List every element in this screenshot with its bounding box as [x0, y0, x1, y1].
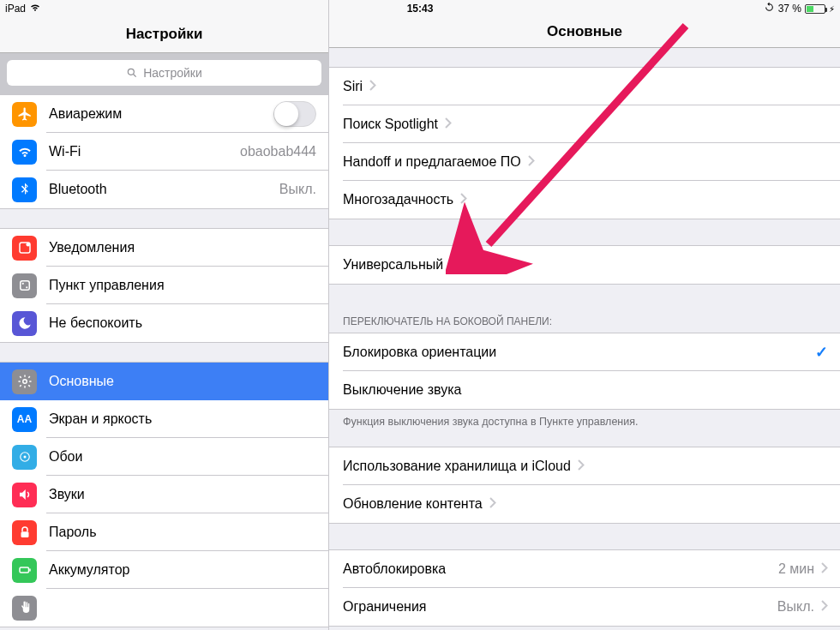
sidebar-item-battery[interactable]: Аккумулятор — [0, 551, 328, 589]
wifi-icon — [29, 3, 41, 15]
sidebar-item-label: Bluetooth — [49, 182, 107, 197]
detail-row-label: Handoff и предлагаемое ПО — [343, 154, 521, 170]
battery-icon — [805, 4, 825, 14]
sidebar-item-label: Основные — [49, 374, 114, 389]
detail-row-value: Выкл. — [777, 599, 814, 615]
sidebar-item-value: Выкл. — [279, 182, 316, 197]
moon-icon — [12, 311, 37, 336]
detail-row[interactable]: Использование хранилища и iCloud — [329, 447, 840, 485]
detail-row[interactable]: Выключение звука — [329, 371, 840, 409]
svg-point-0 — [129, 69, 135, 75]
search-icon — [126, 67, 138, 79]
notifications-icon — [12, 236, 37, 261]
section-header-sideswitch: Переключатель на боковой панели: — [329, 310, 840, 333]
chevron-right-icon — [460, 192, 467, 207]
settings-sidebar: Настройки Настройки Авиарежим Wi-Fi obao… — [0, 0, 329, 630]
sidebar-item-control-center[interactable]: Пункт управления — [0, 267, 328, 304]
sidebar-item-label: Аккумулятор — [49, 562, 129, 578]
chevron-right-icon — [445, 117, 452, 132]
sidebar-item-label: Обои — [49, 449, 82, 465]
detail-row[interactable]: Автоблокировка2 мин — [329, 550, 840, 588]
search-placeholder: Настройки — [143, 66, 202, 80]
svg-point-5 — [21, 283, 23, 285]
detail-row[interactable]: Блокировка ориентации✓ — [329, 333, 840, 371]
status-bar: iPad 15:43 37 % ⚡︎ — [0, 0, 840, 17]
svg-rect-10 — [21, 531, 28, 537]
detail-row-label: Siri — [343, 79, 363, 94]
chevron-right-icon — [821, 561, 828, 577]
sidebar-item-value: obaobab444 — [240, 144, 316, 159]
sidebar-item-airplane[interactable]: Авиарежим — [0, 95, 328, 133]
svg-rect-11 — [20, 567, 29, 573]
lock-icon — [12, 520, 37, 545]
sidebar-item-wifi[interactable]: Wi-Fi obaobab444 — [0, 133, 328, 171]
sidebar-item-general[interactable]: Основные — [0, 363, 328, 400]
detail-row[interactable]: Handoff и предлагаемое ПО — [329, 143, 840, 181]
battery-pct: 37 % — [778, 3, 801, 15]
detail-row-label: Многозадачность — [343, 192, 453, 207]
detail-row-label: Блокировка ориентации — [343, 345, 496, 360]
chevron-right-icon — [578, 459, 585, 474]
svg-line-1 — [134, 75, 136, 77]
chevron-right-icon — [528, 154, 535, 170]
sidebar-item-notifications[interactable]: Уведомления — [0, 229, 328, 267]
detail-row[interactable]: ОграниченияВыкл. — [329, 588, 840, 626]
chevron-right-icon — [821, 599, 828, 615]
section-footer-sideswitch: Функция выключения звука доступна в Пунк… — [329, 410, 840, 428]
detail-row-value: 2 мин — [778, 561, 814, 577]
detail-row[interactable]: Обновление контента — [329, 485, 840, 523]
hand-icon — [12, 596, 37, 621]
bluetooth-icon — [12, 177, 37, 202]
control-center-icon — [12, 273, 37, 298]
detail-row-label: Выключение звука — [343, 382, 461, 398]
svg-point-9 — [23, 456, 26, 459]
detail-row-label: Поиск Spotlight — [343, 117, 438, 132]
detail-row-label: Использование хранилища и iCloud — [343, 459, 571, 474]
airplane-toggle[interactable] — [273, 101, 316, 127]
detail-row-label: Автоблокировка — [343, 561, 446, 577]
sidebar-item-wallpaper[interactable]: Обои — [0, 438, 328, 476]
sidebar-item-label: Авиарежим — [49, 106, 122, 122]
sidebar-item-label: Пароль — [49, 525, 97, 540]
sync-icon — [764, 2, 775, 15]
svg-rect-12 — [29, 569, 31, 572]
detail-row-label: Обновление контента — [343, 496, 483, 512]
svg-point-3 — [26, 243, 30, 247]
detail-row-label: Ограничения — [343, 599, 427, 615]
battery-icon — [12, 558, 37, 583]
detail-row[interactable]: Siri — [329, 68, 840, 105]
search-input[interactable]: Настройки — [7, 60, 321, 86]
sidebar-item-privacy[interactable] — [0, 589, 328, 627]
sidebar-item-label: Уведомления — [49, 240, 135, 255]
sidebar-item-passcode[interactable]: Пароль — [0, 513, 328, 551]
sidebar-item-label: Экран и яркость — [49, 411, 152, 427]
charging-icon: ⚡︎ — [829, 4, 835, 14]
sidebar-item-label: Звуки — [49, 487, 85, 502]
wallpaper-icon — [12, 445, 37, 470]
wifi-icon — [12, 140, 37, 165]
chevron-right-icon — [497, 257, 504, 273]
sidebar-item-display[interactable]: AA Экран и яркость — [0, 400, 328, 438]
sidebar-item-bluetooth[interactable]: Bluetooth Выкл. — [0, 171, 328, 208]
checkmark-icon: ✓ — [815, 343, 828, 362]
sidebar-item-label: Пункт управления — [49, 278, 165, 293]
detail-row-label: Универсальный доступ — [343, 257, 490, 273]
sidebar-item-label: Wi-Fi — [49, 144, 81, 159]
airplane-icon — [12, 102, 37, 127]
detail-row[interactable]: Поиск Spotlight — [329, 105, 840, 143]
svg-point-6 — [26, 286, 27, 288]
sidebar-item-label: Не беспокоить — [49, 315, 142, 331]
svg-point-7 — [22, 380, 27, 384]
gear-icon — [12, 369, 37, 394]
sidebar-item-sounds[interactable]: Звуки — [0, 476, 328, 513]
status-time: 15:43 — [407, 3, 434, 15]
svg-rect-4 — [20, 281, 29, 291]
display-icon: AA — [12, 407, 37, 432]
detail-pane: Основные SiriПоиск SpotlightHandoff и пр… — [329, 0, 840, 630]
detail-row[interactable]: Многозадачность — [329, 181, 840, 219]
sidebar-item-dnd[interactable]: Не беспокоить — [0, 304, 328, 342]
sounds-icon — [12, 483, 37, 507]
device-name: iPad — [5, 3, 26, 15]
detail-row[interactable]: Универсальный доступ — [329, 246, 840, 284]
chevron-right-icon — [369, 79, 376, 94]
